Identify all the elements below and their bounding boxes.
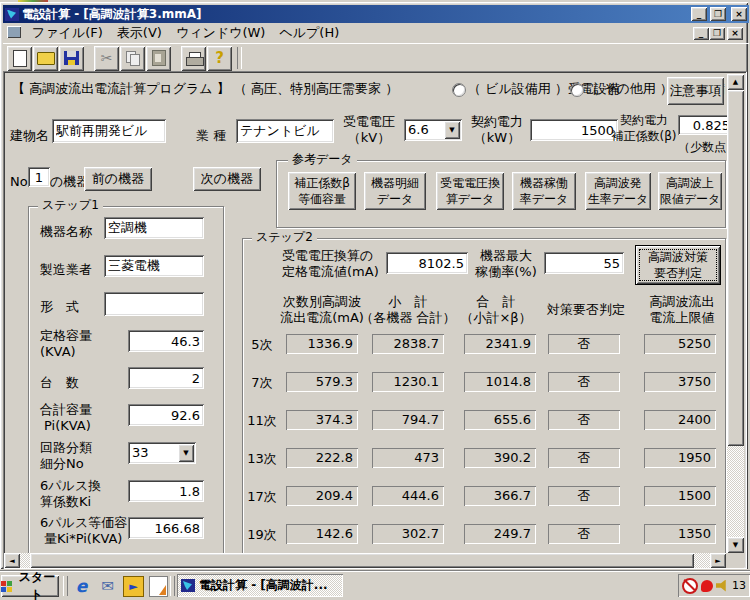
total-capacity-input[interactable]	[128, 404, 204, 426]
industry-input[interactable]	[236, 119, 334, 143]
device-name-input[interactable]	[104, 217, 204, 239]
model-label: 形 式	[40, 299, 79, 315]
close-button[interactable]: ×	[731, 7, 747, 21]
prev-device-button[interactable]: 前の機器	[84, 167, 152, 191]
cell-limit: 2400	[644, 410, 716, 430]
radio-building-equipment[interactable]	[452, 83, 466, 97]
scroll-right-icon[interactable]: ►	[710, 553, 726, 568]
circuit-class-dropdown-icon[interactable]: ▼	[178, 444, 194, 462]
print-button[interactable]	[181, 46, 206, 71]
cell-total: 390.2	[464, 448, 536, 468]
scroll-left-icon[interactable]: ◄	[4, 553, 20, 568]
next-device-button[interactable]: 次の機器	[193, 167, 261, 191]
cell-outflow: 1336.9	[286, 334, 358, 354]
menu-view[interactable]: 表示(V)	[110, 24, 169, 42]
ref-button-beta-capacity[interactable]: 補正係数β等価容量	[288, 172, 356, 210]
ref-button-voltage-conversion[interactable]: 受電電圧換算データ	[436, 172, 504, 210]
device-no-input[interactable]	[28, 167, 50, 187]
menu-help[interactable]: ヘルプ(H)	[272, 24, 346, 42]
scroll-down-icon[interactable]: ▼	[727, 537, 744, 553]
device-no-label: No	[10, 174, 28, 190]
col-header-judge: 対策要否判定	[540, 302, 632, 318]
notes-quicklaunch-icon[interactable]	[149, 576, 168, 597]
ref-button-device-detail[interactable]: 機器明細データ	[364, 172, 426, 210]
beta-input[interactable]	[678, 115, 734, 135]
start-button[interactable]: スタート	[1, 575, 59, 597]
model-input[interactable]	[104, 292, 204, 316]
help-button[interactable]: ?	[207, 46, 232, 71]
copy-button[interactable]	[120, 46, 145, 71]
tray-alert-icon[interactable]	[701, 580, 713, 592]
mail-quicklaunch-icon[interactable]: ✉	[97, 575, 118, 596]
cell-total: 366.7	[464, 486, 536, 506]
circuit-class-combobox[interactable]: 33 ▼	[128, 442, 196, 464]
minimize-button[interactable]: _	[691, 7, 707, 21]
cell-judge: 否	[548, 448, 620, 468]
circuit-class-label: 回路分類	[40, 440, 92, 456]
radio-other-equipment[interactable]	[570, 83, 584, 97]
horizontal-scrollbar-thumb[interactable]	[30, 553, 694, 568]
rated-current-input[interactable]	[386, 252, 468, 274]
volume-icon[interactable]	[716, 580, 729, 592]
toolbar-separator	[237, 47, 242, 69]
paste-button[interactable]	[146, 46, 171, 71]
total-capacity-label2: Pi(KVA)	[44, 418, 91, 434]
ime-disabled-icon[interactable]	[682, 578, 698, 594]
start-label: スタート	[15, 569, 59, 600]
task-button-label: 電設計算 - [高調波計...	[199, 577, 328, 594]
max-utilization-input[interactable]	[544, 252, 624, 274]
col-header-limit: 高調波流出電流上限値	[636, 294, 728, 326]
restore-button[interactable]: ❐	[710, 7, 726, 21]
unit-count-input[interactable]	[128, 367, 204, 389]
scroll-up-icon[interactable]: ▲	[727, 74, 744, 90]
building-name-input[interactable]	[52, 119, 166, 143]
save-icon	[64, 51, 79, 65]
row-label: 17次	[242, 489, 282, 505]
voltage-label: 受電電圧（kV）	[336, 114, 402, 146]
media-player-quicklaunch-icon[interactable]: ►	[123, 576, 144, 597]
cell-total: 249.7	[464, 524, 536, 544]
cell-subtotal: 794.7	[372, 410, 444, 430]
vertical-scrollbar-thumb[interactable]	[727, 90, 744, 446]
ie-quicklaunch-icon[interactable]: e	[71, 575, 92, 596]
cut-button[interactable]: ✂	[94, 46, 119, 71]
cell-limit: 5250	[644, 334, 716, 354]
judge-button[interactable]: 高調波対策要否判定	[635, 245, 721, 285]
screen: 電設計算 - [高調波計算3.mmA] _ ❐ × ファイル(F) 表示(V) …	[0, 0, 750, 600]
row-label: 19次	[242, 527, 282, 543]
contract-power-input[interactable]	[530, 119, 618, 141]
open-file-button[interactable]	[33, 46, 58, 71]
task-button-active[interactable]: 電設計算 - [高調波計...	[177, 574, 343, 597]
save-button[interactable]	[59, 46, 84, 71]
equiv-capacity-input[interactable]	[128, 517, 204, 539]
taskbar-grip[interactable]	[170, 576, 175, 596]
manufacturer-label: 製造業者	[40, 262, 92, 278]
system-tray: 13	[678, 574, 750, 597]
rated-capacity-input[interactable]	[128, 330, 204, 352]
manufacturer-input[interactable]	[104, 255, 204, 277]
row-label: 5次	[242, 337, 282, 353]
menu-window[interactable]: ウィンドウ(W)	[169, 24, 273, 42]
step2-groupbox	[242, 238, 726, 554]
voltage-combobox[interactable]: 6.6 ▼	[404, 119, 462, 141]
mdi-minimize-button[interactable]: _	[693, 27, 709, 40]
window-title: 電設計算 - [高調波計算3.mmA]	[22, 6, 688, 23]
cell-limit: 1950	[644, 448, 716, 468]
menu-file[interactable]: ファイル(F)	[25, 24, 110, 42]
ref-button-harmonic-limit[interactable]: 高調波上限値データ	[658, 172, 722, 210]
mdi-close-button[interactable]: ×	[727, 27, 743, 40]
mdi-restore-button[interactable]: ❐	[709, 27, 725, 40]
industry-label: 業 種	[196, 128, 226, 144]
row-label: 11次	[242, 413, 282, 429]
new-file-icon	[13, 50, 27, 67]
notes-button[interactable]: 注意事項	[667, 77, 724, 105]
circuit-class-value: 33	[132, 445, 149, 460]
voltage-dropdown-icon[interactable]: ▼	[444, 121, 460, 139]
ref-button-utilization[interactable]: 機器稼働率データ	[512, 172, 576, 210]
new-file-button[interactable]	[7, 46, 32, 71]
ref-button-harmonic-rate[interactable]: 高調波発生率データ	[585, 172, 651, 210]
col-header-total: 合 計（小計×β）	[448, 294, 544, 326]
pulse-factor-input[interactable]	[128, 480, 204, 502]
taskbar-grip[interactable]	[63, 576, 68, 596]
title-bar[interactable]: 電設計算 - [高調波計算3.mmA] _ ❐ ×	[3, 5, 749, 23]
